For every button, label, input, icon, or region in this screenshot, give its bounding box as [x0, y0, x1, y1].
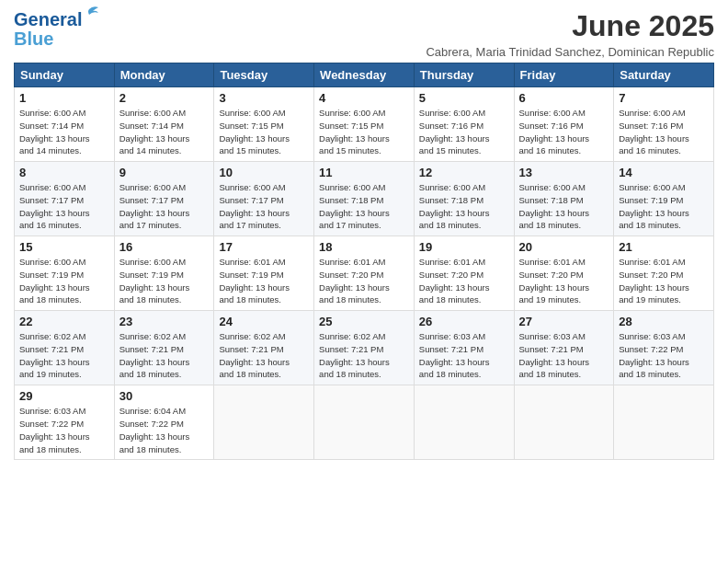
cell-info: Sunrise: 6:00 AM Sunset: 7:14 PM Dayligh… — [19, 107, 109, 157]
calendar-cell — [414, 385, 514, 460]
logo-bird-icon — [80, 6, 98, 20]
calendar-cell: 25Sunrise: 6:02 AM Sunset: 7:21 PM Dayli… — [314, 311, 415, 385]
cell-info: Sunrise: 6:00 AM Sunset: 7:14 PM Dayligh… — [119, 107, 210, 157]
calendar-cell: 12Sunrise: 6:00 AM Sunset: 7:18 PM Dayli… — [414, 162, 514, 236]
calendar-cell: 17Sunrise: 6:01 AM Sunset: 7:19 PM Dayli… — [214, 236, 314, 311]
header-saturday: Saturday — [614, 63, 714, 87]
cell-info: Sunrise: 6:00 AM Sunset: 7:16 PM Dayligh… — [419, 107, 509, 157]
cell-info: Sunrise: 6:02 AM Sunset: 7:21 PM Dayligh… — [219, 330, 309, 381]
day-number: 14 — [619, 166, 709, 179]
day-number: 17 — [219, 240, 309, 254]
cell-info: Sunrise: 6:04 AM Sunset: 7:22 PM Dayligh… — [119, 405, 210, 455]
calendar-cell: 7Sunrise: 6:00 AM Sunset: 7:16 PM Daylig… — [614, 87, 714, 162]
calendar-cell: 22Sunrise: 6:02 AM Sunset: 7:21 PM Dayli… — [15, 311, 115, 385]
day-number: 28 — [619, 315, 709, 328]
calendar-cell: 6Sunrise: 6:00 AM Sunset: 7:16 PM Daylig… — [514, 87, 614, 162]
day-number: 9 — [119, 166, 210, 179]
calendar-cell: 1Sunrise: 6:00 AM Sunset: 7:14 PM Daylig… — [15, 87, 115, 162]
calendar-cell: 28Sunrise: 6:03 AM Sunset: 7:22 PM Dayli… — [614, 311, 714, 385]
day-number: 8 — [19, 166, 109, 179]
month-title: June 2025 — [426, 9, 714, 43]
logo-blue: Blue — [14, 29, 53, 50]
cell-info: Sunrise: 6:00 AM Sunset: 7:18 PM Dayligh… — [519, 181, 609, 232]
cell-info: Sunrise: 6:01 AM Sunset: 7:20 PM Dayligh… — [519, 256, 609, 306]
calendar-cell: 23Sunrise: 6:02 AM Sunset: 7:21 PM Dayli… — [114, 311, 214, 385]
cell-info: Sunrise: 6:00 AM Sunset: 7:17 PM Dayligh… — [219, 181, 309, 232]
cell-info: Sunrise: 6:03 AM Sunset: 7:21 PM Dayligh… — [419, 330, 509, 381]
day-number: 6 — [519, 91, 609, 105]
title-area: June 2025 Cabrera, Maria Trinidad Sanche… — [426, 9, 714, 59]
day-number: 5 — [419, 91, 509, 105]
cell-info: Sunrise: 6:00 AM Sunset: 7:15 PM Dayligh… — [219, 107, 309, 157]
day-number: 22 — [19, 315, 109, 328]
day-number: 3 — [219, 91, 309, 105]
logo-general: General — [14, 9, 82, 29]
calendar-cell: 10Sunrise: 6:00 AM Sunset: 7:17 PM Dayli… — [214, 162, 314, 236]
calendar-cell: 16Sunrise: 6:00 AM Sunset: 7:19 PM Dayli… — [114, 236, 214, 311]
location-subtitle: Cabrera, Maria Trinidad Sanchez, Dominic… — [426, 45, 714, 59]
calendar-table: SundayMondayTuesdayWednesdayThursdayFrid… — [14, 63, 714, 460]
cell-info: Sunrise: 6:01 AM Sunset: 7:20 PM Dayligh… — [619, 256, 709, 306]
cell-info: Sunrise: 6:00 AM Sunset: 7:17 PM Dayligh… — [119, 181, 210, 232]
logo: General Blue — [14, 9, 82, 50]
day-number: 29 — [19, 389, 109, 403]
day-number: 19 — [419, 240, 509, 254]
calendar-cell: 9Sunrise: 6:00 AM Sunset: 7:17 PM Daylig… — [114, 162, 214, 236]
calendar-cell: 3Sunrise: 6:00 AM Sunset: 7:15 PM Daylig… — [214, 87, 314, 162]
day-number: 27 — [519, 315, 609, 328]
day-number: 30 — [119, 389, 210, 403]
cell-info: Sunrise: 6:03 AM Sunset: 7:22 PM Dayligh… — [619, 330, 709, 381]
calendar-cell: 19Sunrise: 6:01 AM Sunset: 7:20 PM Dayli… — [414, 236, 514, 311]
day-number: 23 — [119, 315, 210, 328]
day-number: 21 — [619, 240, 709, 254]
calendar-cell: 13Sunrise: 6:00 AM Sunset: 7:18 PM Dayli… — [514, 162, 614, 236]
day-number: 18 — [319, 240, 409, 254]
day-number: 11 — [319, 166, 409, 179]
calendar-cell: 26Sunrise: 6:03 AM Sunset: 7:21 PM Dayli… — [414, 311, 514, 385]
header-wednesday: Wednesday — [314, 63, 415, 87]
calendar-cell: 30Sunrise: 6:04 AM Sunset: 7:22 PM Dayli… — [114, 385, 214, 460]
header-thursday: Thursday — [414, 63, 514, 87]
calendar-cell: 4Sunrise: 6:00 AM Sunset: 7:15 PM Daylig… — [314, 87, 415, 162]
calendar-cell: 11Sunrise: 6:00 AM Sunset: 7:18 PM Dayli… — [314, 162, 415, 236]
header-monday: Monday — [114, 63, 214, 87]
cell-info: Sunrise: 6:00 AM Sunset: 7:18 PM Dayligh… — [419, 181, 509, 232]
cell-info: Sunrise: 6:03 AM Sunset: 7:22 PM Dayligh… — [19, 405, 109, 455]
week-row-2: 15Sunrise: 6:00 AM Sunset: 7:19 PM Dayli… — [15, 236, 714, 311]
calendar-cell: 27Sunrise: 6:03 AM Sunset: 7:21 PM Dayli… — [514, 311, 614, 385]
day-number: 4 — [319, 91, 409, 105]
week-row-1: 8Sunrise: 6:00 AM Sunset: 7:17 PM Daylig… — [15, 162, 714, 236]
day-number: 13 — [519, 166, 609, 179]
cell-info: Sunrise: 6:01 AM Sunset: 7:20 PM Dayligh… — [319, 256, 409, 306]
header-tuesday: Tuesday — [214, 63, 314, 87]
cell-info: Sunrise: 6:02 AM Sunset: 7:21 PM Dayligh… — [319, 330, 409, 381]
cell-info: Sunrise: 6:02 AM Sunset: 7:21 PM Dayligh… — [19, 330, 109, 381]
day-number: 15 — [19, 240, 109, 254]
day-number: 25 — [319, 315, 409, 328]
day-number: 12 — [419, 166, 509, 179]
cell-info: Sunrise: 6:01 AM Sunset: 7:20 PM Dayligh… — [419, 256, 509, 306]
cell-info: Sunrise: 6:00 AM Sunset: 7:15 PM Dayligh… — [319, 107, 409, 157]
cell-info: Sunrise: 6:00 AM Sunset: 7:16 PM Dayligh… — [519, 107, 609, 157]
calendar-cell: 18Sunrise: 6:01 AM Sunset: 7:20 PM Dayli… — [314, 236, 415, 311]
day-number: 10 — [219, 166, 309, 179]
page-header: General Blue June 2025 Cabrera, Maria Tr… — [14, 9, 714, 59]
week-row-3: 22Sunrise: 6:02 AM Sunset: 7:21 PM Dayli… — [15, 311, 714, 385]
calendar-cell: 14Sunrise: 6:00 AM Sunset: 7:19 PM Dayli… — [614, 162, 714, 236]
week-row-4: 29Sunrise: 6:03 AM Sunset: 7:22 PM Dayli… — [15, 385, 714, 460]
cell-info: Sunrise: 6:00 AM Sunset: 7:19 PM Dayligh… — [619, 181, 709, 232]
cell-info: Sunrise: 6:00 AM Sunset: 7:16 PM Dayligh… — [619, 107, 709, 157]
calendar-cell — [614, 385, 714, 460]
day-number: 16 — [119, 240, 210, 254]
day-number: 20 — [519, 240, 609, 254]
cell-info: Sunrise: 6:00 AM Sunset: 7:19 PM Dayligh… — [19, 256, 109, 306]
cell-info: Sunrise: 6:03 AM Sunset: 7:21 PM Dayligh… — [519, 330, 609, 381]
cell-info: Sunrise: 6:00 AM Sunset: 7:18 PM Dayligh… — [319, 181, 409, 232]
calendar-cell: 21Sunrise: 6:01 AM Sunset: 7:20 PM Dayli… — [614, 236, 714, 311]
calendar-cell: 29Sunrise: 6:03 AM Sunset: 7:22 PM Dayli… — [15, 385, 115, 460]
week-row-0: 1Sunrise: 6:00 AM Sunset: 7:14 PM Daylig… — [15, 87, 714, 162]
header-friday: Friday — [514, 63, 614, 87]
header-sunday: Sunday — [15, 63, 115, 87]
cell-info: Sunrise: 6:00 AM Sunset: 7:17 PM Dayligh… — [19, 181, 109, 232]
day-number: 24 — [219, 315, 309, 328]
